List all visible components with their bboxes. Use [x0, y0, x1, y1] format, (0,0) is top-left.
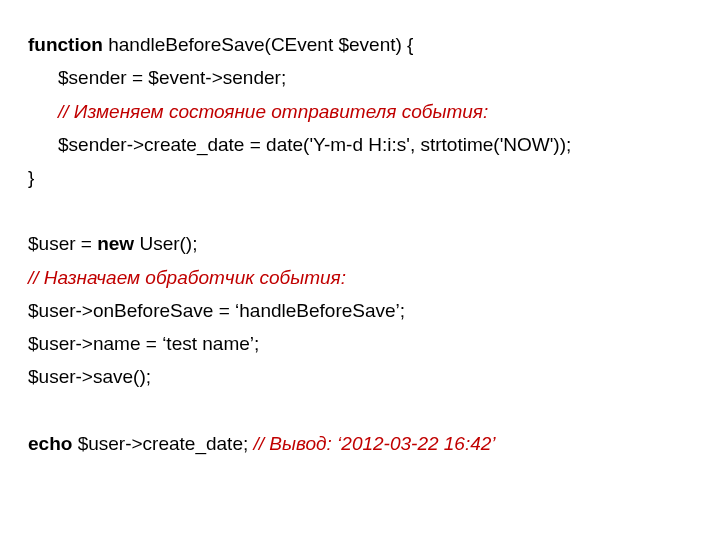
code-line: $sender = $event->sender; — [28, 61, 696, 94]
code-text: handleBeforeSave(CEvent $event) { — [103, 34, 414, 55]
code-line: $user->name = ‘test name’; — [28, 327, 696, 360]
blank-line — [28, 194, 696, 227]
code-line: function handleBeforeSave(CEvent $event)… — [28, 28, 696, 61]
code-text: $user->name = ‘test name’; — [28, 333, 259, 354]
blank-line — [28, 394, 696, 427]
code-line: // Назначаем обработчик события: — [28, 261, 696, 294]
code-line: // Изменяем состояние отправителя событи… — [28, 95, 696, 128]
code-text: } — [28, 167, 34, 188]
code-text: $user = — [28, 233, 97, 254]
code-text: $sender = $event->sender; — [58, 67, 286, 88]
code-line: $user->onBeforeSave = ‘handleBeforeSave’… — [28, 294, 696, 327]
keyword-function: function — [28, 34, 103, 55]
keyword-new: new — [97, 233, 134, 254]
code-line: $user = new User(); — [28, 227, 696, 260]
code-line: $sender->create_date = date('Y-m-d H:i:s… — [28, 128, 696, 161]
code-text: $user->create_date; — [72, 433, 253, 454]
keyword-echo: echo — [28, 433, 72, 454]
code-comment: // Изменяем состояние отправителя событи… — [58, 101, 488, 122]
code-line: echo $user->create_date; // Вывод: ‘2012… — [28, 427, 696, 460]
code-line: $user->save(); — [28, 360, 696, 393]
code-text: User(); — [134, 233, 197, 254]
code-slide: function handleBeforeSave(CEvent $event)… — [0, 0, 720, 540]
code-comment: // Назначаем обработчик события: — [28, 267, 346, 288]
code-text: $user->onBeforeSave = ‘handleBeforeSave’… — [28, 300, 405, 321]
code-text: $sender->create_date = date('Y-m-d H:i:s… — [58, 134, 571, 155]
code-line: } — [28, 161, 696, 194]
code-text: $user->save(); — [28, 366, 151, 387]
code-comment: // Вывод: ‘2012-03-22 16:42’ — [254, 433, 496, 454]
